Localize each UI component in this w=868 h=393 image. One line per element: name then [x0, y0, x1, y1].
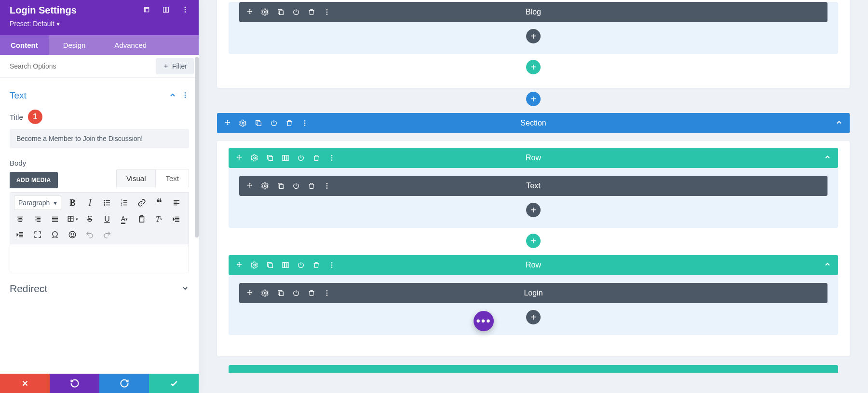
quote-icon[interactable]: ❝: [153, 196, 165, 209]
undo-button[interactable]: [50, 374, 99, 393]
clear-format-icon[interactable]: T×: [153, 213, 165, 225]
tab-design[interactable]: Design: [49, 35, 100, 55]
power-icon[interactable]: [270, 119, 278, 127]
row-bar[interactable]: Row: [229, 148, 838, 168]
add-row-button[interactable]: +: [526, 60, 541, 74]
emoji-icon[interactable]: [66, 228, 79, 241]
title-input[interactable]: [10, 129, 189, 148]
strikethrough-icon[interactable]: S: [83, 213, 96, 225]
kebab-icon[interactable]: [328, 261, 336, 269]
kebab-icon[interactable]: [323, 182, 331, 190]
duplicate-icon[interactable]: [266, 261, 274, 269]
add-module-button[interactable]: +: [526, 310, 541, 324]
chevron-up-icon[interactable]: [824, 261, 831, 270]
kebab-icon[interactable]: [323, 289, 331, 297]
cancel-button[interactable]: [0, 374, 50, 393]
editor-tab-visual[interactable]: Visual: [117, 169, 156, 187]
outdent-icon[interactable]: [170, 213, 183, 225]
add-module-button[interactable]: +: [526, 29, 541, 43]
add-section-button[interactable]: +: [526, 92, 541, 106]
power-icon[interactable]: [297, 261, 305, 269]
kebab-icon[interactable]: [328, 154, 336, 162]
editor-tab-text[interactable]: Text: [155, 169, 189, 187]
search-input[interactable]: [0, 56, 156, 77]
gear-icon[interactable]: [261, 289, 269, 297]
preset-selector[interactable]: Preset: Default ▾: [10, 20, 189, 28]
more-actions-fab[interactable]: •••: [474, 311, 494, 331]
move-icon[interactable]: [246, 182, 254, 190]
filter-button[interactable]: ＋ Filter: [156, 58, 194, 74]
power-icon[interactable]: [292, 182, 300, 190]
bullet-list-icon[interactable]: [101, 196, 113, 209]
kebab-icon[interactable]: [181, 6, 189, 15]
module-bar[interactable]: Text: [239, 176, 827, 196]
bold-icon[interactable]: B: [66, 196, 79, 209]
module-bar[interactable]: Blog: [239, 2, 827, 22]
module-bar[interactable]: Login: [239, 283, 827, 303]
text-section-header[interactable]: Text: [10, 84, 189, 107]
trash-icon[interactable]: [285, 119, 293, 127]
italic-icon[interactable]: I: [83, 196, 96, 209]
columns-icon[interactable]: [282, 261, 289, 269]
power-icon[interactable]: [292, 8, 300, 16]
gear-icon[interactable]: [251, 154, 258, 162]
align-right-icon[interactable]: [31, 213, 44, 225]
power-icon[interactable]: [297, 154, 305, 162]
duplicate-icon[interactable]: [277, 8, 285, 16]
trash-icon[interactable]: [308, 182, 315, 190]
paragraph-select[interactable]: Paragraph ▾: [14, 196, 61, 210]
link-icon[interactable]: [136, 196, 148, 209]
gear-icon[interactable]: [251, 261, 258, 269]
move-icon[interactable]: [235, 154, 243, 162]
expand-icon[interactable]: [143, 6, 150, 15]
kebab-icon[interactable]: [301, 119, 309, 127]
fullscreen-icon[interactable]: [31, 228, 44, 241]
indent-icon[interactable]: [14, 228, 27, 241]
add-module-button[interactable]: +: [526, 203, 541, 217]
align-left-icon[interactable]: [170, 196, 183, 209]
redo-icon[interactable]: [101, 228, 113, 241]
trash-icon[interactable]: [312, 261, 320, 269]
trash-icon[interactable]: [312, 154, 320, 162]
add-media-button[interactable]: ADD MEDIA: [10, 172, 58, 188]
gear-icon[interactable]: [239, 119, 247, 127]
chevron-up-icon[interactable]: [824, 154, 831, 163]
paste-icon[interactable]: [136, 213, 148, 225]
duplicate-icon[interactable]: [277, 182, 285, 190]
duplicate-icon[interactable]: [266, 154, 274, 162]
sidebar-scrollbar[interactable]: [195, 57, 199, 238]
redirect-section-header[interactable]: Redirect: [10, 272, 189, 305]
duplicate-icon[interactable]: [255, 119, 262, 127]
text-color-icon[interactable]: A▾: [118, 213, 131, 225]
tab-content[interactable]: Content: [0, 35, 49, 55]
redo-button[interactable]: [99, 374, 149, 393]
number-list-icon[interactable]: 123: [118, 196, 131, 209]
underline-icon[interactable]: U: [101, 213, 113, 225]
gear-icon[interactable]: [261, 8, 269, 16]
move-icon[interactable]: [246, 8, 254, 16]
tab-advanced[interactable]: Advanced: [100, 35, 161, 55]
section-bar[interactable]: Section: [217, 113, 850, 133]
gear-icon[interactable]: [261, 182, 269, 190]
columns-icon[interactable]: [282, 154, 289, 162]
row-bar[interactable]: Row: [229, 255, 838, 275]
move-icon[interactable]: [246, 289, 254, 297]
kebab-icon[interactable]: [323, 8, 331, 16]
undo-icon[interactable]: [83, 228, 96, 241]
kebab-icon[interactable]: [181, 91, 189, 100]
align-center-icon[interactable]: [14, 213, 27, 225]
chevron-up-icon[interactable]: [169, 91, 176, 100]
body-editor[interactable]: [10, 244, 189, 272]
move-icon[interactable]: [224, 119, 231, 127]
table-icon[interactable]: ▾: [66, 213, 79, 225]
trash-icon[interactable]: [308, 8, 315, 16]
row-bar[interactable]: [229, 365, 838, 373]
align-justify-icon[interactable]: [49, 213, 61, 225]
move-icon[interactable]: [235, 261, 243, 269]
chevron-up-icon[interactable]: [835, 119, 843, 128]
duplicate-icon[interactable]: [277, 289, 285, 297]
add-row-button[interactable]: +: [526, 234, 541, 248]
trash-icon[interactable]: [308, 289, 315, 297]
special-char-icon[interactable]: Ω: [49, 228, 61, 241]
save-button[interactable]: [149, 374, 199, 393]
